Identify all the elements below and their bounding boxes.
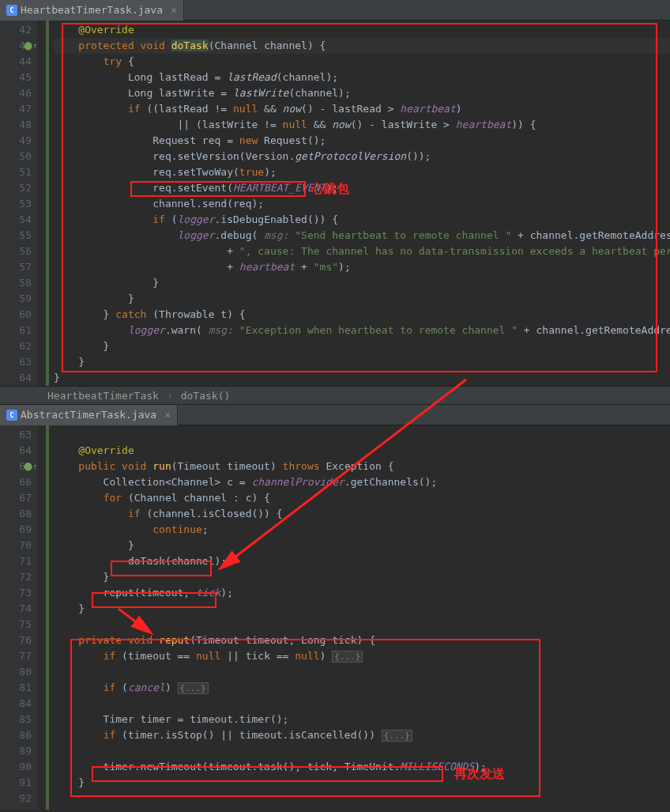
bottom-tab-bar: C AbstractTimerTask.java ×: [0, 405, 670, 425]
close-icon[interactable]: ×: [164, 409, 171, 421]
top-tab-bar: C HeartbeatTimerTask.java ×: [0, 0, 670, 21]
java-file-icon: C: [6, 410, 17, 421]
java-file-icon: C: [6, 5, 17, 16]
top-editor[interactable]: 42 43⬤↑ 44 45 46 47 48 49 50 51 52 53 54…: [0, 21, 670, 386]
code-line: }: [54, 275, 670, 291]
code-line: }: [54, 354, 670, 370]
code-area-bottom[interactable]: @Override public void run(Timeout timeou…: [49, 425, 670, 810]
code-line: }: [54, 538, 670, 553]
gutter-bottom: 63 64 65⬤↑ 66 67 68 69 70 71 72 73 74 75…: [0, 425, 38, 810]
code-line: timer.newTimeout(timeout.task(), tick, T…: [54, 759, 670, 775]
code-line: || (lastWrite != null && now() - lastWri…: [54, 117, 670, 133]
breadcrumb-sep: ›: [167, 390, 173, 402]
code-line: if (timer.isStop() || timeout.isCancelle…: [54, 727, 670, 743]
code-line: if (cancel) {...}: [54, 680, 670, 696]
code-line: @Override: [54, 22, 670, 38]
bottom-editor[interactable]: 63 64 65⬤↑ 66 67 68 69 70 71 72 73 74 75…: [0, 425, 670, 810]
code-line: continue;: [54, 522, 670, 538]
code-line: }: [54, 338, 670, 354]
code-line: [54, 427, 670, 443]
code-line: Collection<Channel> c = channelProvider.…: [54, 474, 670, 490]
code-line: [54, 664, 670, 680]
breadcrumb-method[interactable]: doTask(): [181, 390, 231, 402]
gutter: 42 43⬤↑ 44 45 46 47 48 49 50 51 52 53 54…: [0, 21, 38, 386]
code-line: if (logger.isDebugEnabled()) {: [54, 212, 670, 228]
code-line: [54, 791, 670, 806]
code-line: public void run(Timeout timeout) throws …: [54, 459, 670, 474]
breadcrumb-class[interactable]: HeartbeatTimerTask: [47, 390, 159, 402]
code-line: req.setTwoWay(true);: [54, 164, 670, 180]
code-line: [54, 617, 670, 633]
code-line: [54, 743, 670, 759]
code-line: }: [54, 291, 670, 307]
code-line: Long lastRead = lastRead(channel);: [54, 70, 670, 85]
code-line: Timer timer = timeout.timer();: [54, 712, 670, 727]
code-line: }: [54, 370, 670, 386]
code-line: if (timeout == null || tick == null) {..…: [54, 648, 670, 664]
code-line: req.setVersion(Version.getProtocolVersio…: [54, 149, 670, 164]
code-line: + ", cause: The channel has no data-tran…: [54, 244, 670, 259]
code-line: if ((lastRead != null && now() - lastRea…: [54, 101, 670, 117]
code-line: }: [54, 775, 670, 791]
code-line: if (channel.isClosed()) {: [54, 506, 670, 522]
annotation-label-heartbeat: 心跳包: [311, 181, 349, 198]
code-line: logger.warn( msg: "Exception when heartb…: [54, 323, 670, 338]
tab-heartbeat[interactable]: C HeartbeatTimerTask.java ×: [0, 0, 184, 21]
code-line: }: [54, 601, 670, 617]
code-line: } catch (Throwable t) {: [54, 307, 670, 323]
code-line: private void reput(Timeout timeout, Long…: [54, 633, 670, 648]
code-line: req.setEvent(HEARTBEAT_EVENT);: [54, 180, 670, 196]
code-line: channel.send(req);: [54, 196, 670, 212]
code-line: try {: [54, 54, 670, 70]
tab-abstract[interactable]: C AbstractTimerTask.java ×: [0, 405, 178, 425]
annotation-label-resend: 再次发送: [454, 766, 505, 783]
tab-label: HeartbeatTimerTask.java: [21, 4, 163, 16]
code-line: Request req = new Request();: [54, 133, 670, 149]
code-line: [54, 696, 670, 712]
code-line: + heartbeat + "ms");: [54, 259, 670, 275]
code-line: for (Channel channel : c) {: [54, 490, 670, 506]
code-line: Long lastWrite = lastWrite(channel);: [54, 85, 670, 101]
breadcrumb[interactable]: HeartbeatTimerTask › doTask(): [0, 386, 670, 405]
code-line: protected void doTask(Channel channel) {: [54, 38, 670, 54]
code-area-top[interactable]: @Override protected void doTask(Channel …: [49, 21, 670, 386]
code-line: reput(timeout, tick);: [54, 585, 670, 601]
tab-label: AbstractTimerTask.java: [21, 409, 156, 421]
code-line: @Override: [54, 443, 670, 459]
code-line: doTask(channel);: [54, 553, 670, 569]
code-line: }: [54, 569, 670, 585]
code-line: logger.debug( msg: "Send heartbeat to re…: [54, 228, 670, 244]
close-icon[interactable]: ×: [171, 4, 177, 16]
